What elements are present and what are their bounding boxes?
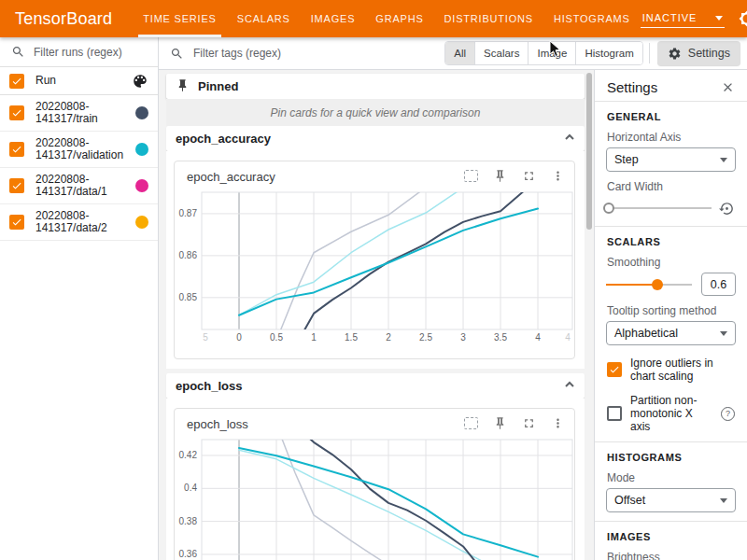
tab-distributions[interactable]: DISTRIBUTIONS: [434, 0, 543, 37]
pinned-empty-hint: Pin cards for a quick view and compariso…: [166, 99, 585, 127]
run-color-dot[interactable]: [135, 216, 148, 229]
smoothing-value-input[interactable]: 0.6: [701, 273, 736, 296]
svg-text:4: 4: [535, 332, 541, 343]
fullscreen-button[interactable]: [521, 168, 536, 183]
run-color-dot[interactable]: [135, 106, 148, 119]
section-header-epoch-accuracy[interactable]: epoch_accuracy: [166, 126, 585, 151]
pinned-section-header: Pinned: [166, 74, 585, 99]
svg-text:0.87: 0.87: [179, 208, 198, 218]
chevron-down-icon: [720, 158, 727, 162]
ignore-outliers-checkbox[interactable]: [607, 362, 622, 377]
svg-text:2: 2: [386, 332, 391, 343]
section-title: epoch_loss: [176, 379, 243, 393]
fit-domain-button[interactable]: [463, 168, 478, 183]
runs-sidebar: Filter runs (regex) Run 20220808-141317/…: [0, 37, 159, 560]
run-row-validation[interactable]: 20220808-141317/validation: [0, 132, 158, 168]
slider-knob[interactable]: [603, 203, 614, 214]
run-label-line1: 20220808-: [35, 173, 89, 186]
section-body-epoch-accuracy: epoch_accuracy 0.850.860.8700.511.522.53…: [166, 151, 585, 369]
run-status-value: INACTIVE: [642, 12, 698, 23]
run-label-line1: 20220808-: [35, 209, 89, 222]
pin-card-button[interactable]: [492, 168, 507, 183]
help-icon[interactable]: ?: [721, 407, 735, 421]
horizontal-axis-select[interactable]: Step: [606, 147, 736, 172]
run-row-data2[interactable]: 20220808-141317/data/2: [0, 204, 158, 241]
more-options-button[interactable]: [550, 415, 565, 430]
kebab-menu-icon: [551, 416, 565, 430]
close-settings-button[interactable]: [721, 80, 735, 94]
tab-graphs[interactable]: GRAPHS: [365, 0, 433, 37]
fullscreen-button[interactable]: [521, 415, 536, 430]
pin-icon: [493, 416, 507, 430]
run-row-train[interactable]: 20220808-141317/train: [0, 95, 158, 132]
run-checkbox[interactable]: [9, 178, 24, 193]
svg-text:3.5: 3.5: [494, 332, 507, 343]
histograms-heading: HISTOGRAMS: [607, 452, 735, 463]
horizontal-axis-label: Horizontal Axis: [607, 131, 735, 144]
run-checkbox[interactable]: [9, 142, 24, 157]
run-status-select[interactable]: INACTIVE: [641, 9, 725, 28]
run-row-data1[interactable]: 20220808-141317/data/1: [0, 168, 158, 204]
fit-domain-button[interactable]: [463, 415, 478, 430]
filter-runs-field[interactable]: Filter runs (regex): [0, 37, 158, 67]
svg-text:5: 5: [203, 332, 208, 343]
smoothing-slider[interactable]: [606, 275, 692, 294]
tab-histograms[interactable]: HISTOGRAMS: [543, 0, 641, 37]
card-actions: [463, 415, 565, 430]
dark-mode-toggle-button[interactable]: [738, 9, 747, 28]
tab-images[interactable]: IMAGES: [301, 0, 366, 37]
card-width-slider[interactable]: [606, 199, 712, 217]
card-actions: [463, 168, 565, 183]
scalar-card-epoch-accuracy: epoch_accuracy 0.850.860.8700.511.522.53…: [174, 161, 575, 359]
filter-scalars-button[interactable]: Scalars: [474, 42, 528, 64]
partition-x-checkbox[interactable]: [607, 406, 622, 421]
run-checkbox[interactable]: [9, 215, 24, 230]
tooltip-sorting-label: Tooltip sorting method: [607, 304, 735, 317]
main-scrollbar-thumb[interactable]: [586, 73, 592, 230]
more-options-button[interactable]: [550, 168, 565, 183]
chevron-down-icon: [720, 331, 727, 336]
run-label-line2: 141317/validation: [35, 148, 123, 161]
partition-x-label: Partition non-monotonic X axis: [630, 394, 712, 433]
run-label-line1: 20220808-: [35, 100, 89, 113]
run-color-dot[interactable]: [135, 179, 148, 192]
pin-icon: [176, 78, 190, 95]
chevron-up-icon[interactable]: [564, 132, 575, 146]
epoch-loss-chart[interactable]: 0.420.40.380.36: [176, 435, 574, 560]
fullscreen-icon: [522, 416, 536, 430]
section-body-epoch-loss: epoch_loss 0.420.40.380.36: [166, 399, 585, 560]
kebab-menu-icon: [551, 169, 565, 183]
pin-icon: [493, 169, 507, 183]
tab-time-series[interactable]: TIME SERIES: [133, 0, 226, 37]
divider: [595, 521, 747, 522]
filter-tags-field[interactable]: Filter tags (regex): [159, 47, 444, 61]
runs-header-label: Run: [35, 75, 132, 87]
run-checkbox[interactable]: [9, 105, 24, 120]
section-header-epoch-loss[interactable]: epoch_loss: [166, 373, 585, 399]
filter-histogram-button[interactable]: Histogram: [575, 42, 641, 64]
run-label-line2: 141317/data/1: [35, 185, 107, 198]
pin-card-button[interactable]: [492, 415, 507, 430]
svg-text:0.36: 0.36: [179, 549, 198, 559]
svg-text:0.5: 0.5: [270, 332, 283, 343]
tab-scalars[interactable]: SCALARS: [227, 0, 301, 37]
ignore-outliers-label: Ignore outliers in chart scaling: [630, 357, 735, 383]
epoch-accuracy-chart[interactable]: 0.850.860.8700.511.522.533.5454: [176, 188, 574, 343]
histogram-mode-value: Offset: [614, 494, 645, 507]
select-all-runs-checkbox[interactable]: [9, 74, 24, 89]
settings-panel-title: Settings: [607, 79, 657, 95]
run-color-dot[interactable]: [135, 143, 148, 156]
palette-icon[interactable]: [132, 73, 148, 90]
chevron-down-icon: [720, 498, 727, 503]
settings-button[interactable]: Settings: [657, 41, 740, 65]
filter-all-button[interactable]: All: [445, 42, 474, 64]
histogram-mode-select[interactable]: Offset: [606, 488, 736, 512]
svg-text:3: 3: [460, 332, 466, 343]
card-width-reset-button[interactable]: [719, 201, 736, 217]
chevron-up-icon[interactable]: [564, 379, 575, 393]
svg-text:2.5: 2.5: [419, 332, 432, 343]
tag-toolbar: Filter tags (regex) All Scalars Image Hi…: [159, 37, 747, 70]
tooltip-sorting-select[interactable]: Alphabetical: [606, 321, 736, 345]
slider-knob[interactable]: [652, 279, 663, 290]
chevron-down-icon: [715, 16, 723, 21]
